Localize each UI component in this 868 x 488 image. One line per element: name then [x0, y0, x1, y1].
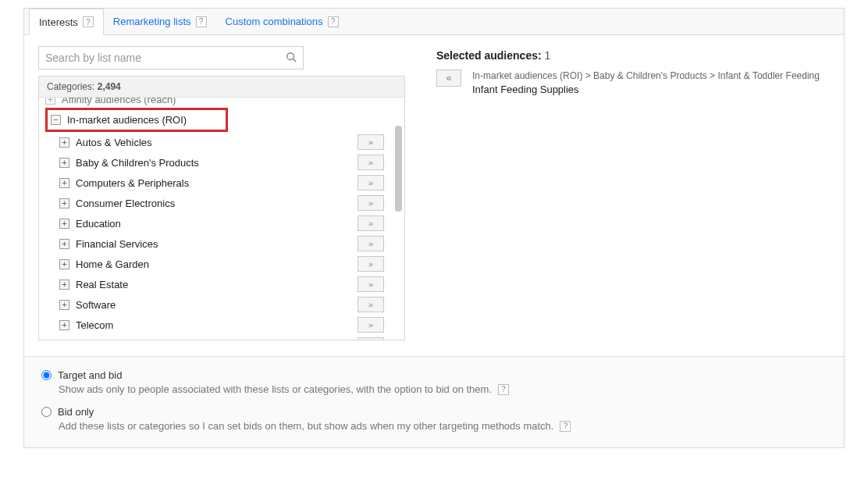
- highlighted-node: − In-market audiences (ROI): [45, 108, 228, 132]
- tree-node-child[interactable]: +Travel»: [45, 335, 384, 340]
- expand-icon[interactable]: +: [59, 178, 69, 188]
- collapse-icon[interactable]: −: [51, 115, 61, 125]
- category-count-value: 2,494: [98, 81, 121, 92]
- add-button[interactable]: »: [358, 256, 384, 272]
- audience-panel: Interests ? Remarketing lists ? Custom c…: [23, 8, 845, 448]
- left-column: Categories: 2,494 + Affinity audiences (…: [38, 46, 405, 340]
- tree-node-label: Software: [76, 299, 116, 311]
- tree-node-child[interactable]: +Baby & Children's Products»: [45, 152, 384, 173]
- tree-node-label: Computers & Peripherals: [76, 177, 189, 189]
- radio-label: Target and bid: [58, 369, 122, 381]
- add-button[interactable]: »: [358, 134, 384, 150]
- right-column: Selected audiences: 1 « In-market audien…: [436, 46, 830, 340]
- selected-leaf: Infant Feeding Supplies: [472, 83, 820, 97]
- add-button[interactable]: »: [358, 337, 384, 340]
- tree-node-label: Affinity audiences (reach): [62, 98, 176, 105]
- category-count-label: Categories:: [47, 81, 94, 92]
- add-button[interactable]: »: [358, 195, 384, 211]
- category-list-panel: Categories: 2,494 + Affinity audiences (…: [38, 76, 405, 340]
- radio-input-target[interactable]: [41, 370, 52, 380]
- tree-node-child[interactable]: +Home & Garden»: [45, 254, 384, 274]
- radio-target-and-bid[interactable]: Target and bid: [41, 369, 827, 381]
- radio-bid-only[interactable]: Bid only: [41, 406, 827, 418]
- tree-node-cutoff[interactable]: + Affinity audiences (reach): [45, 98, 384, 108]
- expand-icon[interactable]: +: [59, 198, 69, 208]
- selected-audiences-header: Selected audiences: 1: [436, 49, 830, 62]
- tree-node-child[interactable]: +Software»: [45, 294, 384, 315]
- add-button[interactable]: »: [358, 317, 384, 333]
- tree-node-label: Travel: [76, 340, 104, 340]
- tree-node-label: Home & Garden: [76, 258, 149, 270]
- content-area: Categories: 2,494 + Affinity audiences (…: [24, 35, 844, 356]
- search-field-wrap: [38, 46, 304, 69]
- expand-icon[interactable]: +: [59, 300, 69, 310]
- expand-icon[interactable]: +: [45, 98, 55, 105]
- expand-icon[interactable]: +: [59, 158, 69, 168]
- tree-node-label: Baby & Children's Products: [76, 157, 199, 169]
- radio-input-bidonly[interactable]: [41, 407, 52, 417]
- tab-label: Custom combinations: [226, 16, 323, 27]
- selected-count: 1: [545, 49, 551, 62]
- radio-desc-bidonly: Add these lists or categories so I can s…: [59, 420, 827, 432]
- add-button[interactable]: »: [358, 236, 384, 251]
- radio-desc-target: Show ads only to people associated with …: [59, 383, 827, 395]
- selected-audience-item: « In-market audiences (ROI) > Baby & Chi…: [436, 69, 830, 97]
- expand-icon[interactable]: +: [59, 219, 69, 229]
- add-button[interactable]: »: [358, 175, 384, 191]
- search-icon: [286, 52, 297, 65]
- svg-point-0: [287, 52, 294, 59]
- tree-node-label: Autos & Vehicles: [76, 137, 152, 148]
- help-icon[interactable]: ?: [560, 421, 571, 432]
- selected-text: In-market audiences (ROI) > Baby & Child…: [472, 69, 820, 97]
- help-icon[interactable]: ?: [498, 384, 509, 395]
- tab-bar: Interests ? Remarketing lists ? Custom c…: [24, 9, 844, 35]
- tree-node-child[interactable]: +Financial Services»: [45, 233, 384, 254]
- svg-line-1: [293, 59, 297, 62]
- add-button[interactable]: »: [358, 276, 384, 292]
- tab-interests[interactable]: Interests ?: [29, 9, 104, 35]
- remove-button[interactable]: «: [436, 69, 461, 87]
- scrollbar-thumb[interactable]: [395, 126, 402, 212]
- add-button[interactable]: »: [358, 297, 384, 312]
- tab-label: Remarketing lists: [113, 16, 191, 27]
- tab-remarketing[interactable]: Remarketing lists ?: [104, 9, 216, 35]
- help-icon[interactable]: ?: [196, 16, 207, 27]
- tree-node-label: Consumer Electronics: [76, 198, 175, 209]
- tree-node-label: Financial Services: [76, 238, 158, 250]
- expand-icon[interactable]: +: [59, 239, 69, 249]
- selected-label: Selected audiences: [436, 49, 538, 62]
- tree-node-child[interactable]: +Telecom»: [45, 315, 384, 335]
- add-button[interactable]: »: [358, 216, 384, 231]
- help-icon[interactable]: ?: [83, 16, 94, 27]
- tree-node-inmarket[interactable]: − In-market audiences (ROI): [51, 112, 221, 128]
- category-tree: + Affinity audiences (reach) − In-market…: [39, 98, 404, 340]
- targeting-options: Target and bid Show ads only to people a…: [24, 356, 844, 447]
- expand-icon[interactable]: +: [59, 137, 69, 148]
- tree-node-label: Telecom: [76, 319, 113, 331]
- tree-node-child[interactable]: +Education»: [45, 213, 384, 233]
- expand-icon[interactable]: +: [59, 320, 69, 330]
- tree-node-label: Education: [76, 218, 121, 230]
- add-button[interactable]: »: [358, 155, 384, 170]
- search-input[interactable]: [45, 52, 286, 64]
- expand-icon[interactable]: +: [59, 259, 69, 269]
- tab-label: Interests: [39, 16, 78, 28]
- radio-label: Bid only: [58, 406, 94, 418]
- tree-node-child[interactable]: +Real Estate»: [45, 274, 384, 294]
- help-icon[interactable]: ?: [328, 16, 339, 27]
- tree-node-child[interactable]: +Consumer Electronics»: [45, 193, 384, 213]
- radio-desc-text: Add these lists or categories so I can s…: [59, 420, 553, 432]
- tree-node-child[interactable]: +Autos & Vehicles»: [45, 132, 384, 152]
- expand-icon[interactable]: +: [59, 280, 69, 290]
- tree-node-label: In-market audiences (ROI): [67, 114, 187, 126]
- category-count-header: Categories: 2,494: [39, 77, 404, 98]
- tab-custom[interactable]: Custom combinations ?: [216, 9, 348, 35]
- tree-node-child[interactable]: +Computers & Peripherals»: [45, 173, 384, 193]
- radio-desc-text: Show ads only to people associated with …: [59, 383, 492, 395]
- selected-path: In-market audiences (ROI) > Baby & Child…: [472, 69, 820, 83]
- tree-node-label: Real Estate: [76, 279, 128, 290]
